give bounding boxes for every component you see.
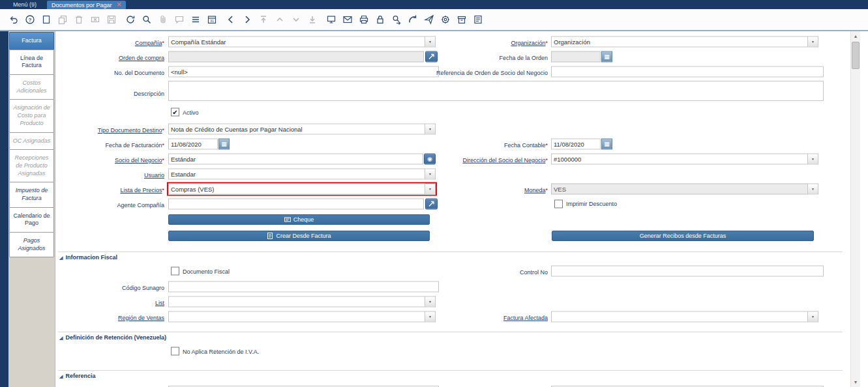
descripcion-label: Descripción — [134, 91, 164, 97]
row-no-aplica-retencion: No Aplica Retención de I.V.A. — [55, 342, 850, 360]
row-documento-fiscal: Documento Fiscal Control No — [55, 263, 850, 279]
down-icon — [288, 12, 304, 27]
sidebar-tab-pagos-asignados[interactable]: Pagos Asignados — [9, 232, 54, 257]
close-icon[interactable]: ✕ — [117, 2, 122, 8]
direccion-socio-select[interactable]: #1000000 ▼ — [551, 153, 818, 164]
find-icon[interactable] — [138, 12, 155, 27]
chevron-down-icon[interactable]: ▼ — [425, 168, 436, 179]
sidebar-tab-linea-de-factura[interactable]: Línea de Factura — [9, 50, 54, 75]
region-ventas-label[interactable]: Región de Ventas — [118, 315, 164, 321]
section-header[interactable]: ◢ Informacion Fiscal — [59, 254, 117, 261]
imprimir-descuento-checkbox[interactable] — [554, 199, 563, 208]
collapse-triangle-icon[interactable]: ◢ — [59, 336, 63, 340]
detail-record-icon — [304, 12, 320, 27]
sidebar-tab-factura[interactable]: Factura — [9, 32, 54, 50]
archive-icon[interactable] — [453, 12, 470, 27]
required-marker: * — [162, 40, 164, 46]
calendar-picker-icon[interactable]: ▦ — [601, 138, 612, 149]
usuario-select[interactable]: Estandar ▼ — [168, 168, 436, 179]
gear-icon[interactable] — [437, 12, 453, 27]
crear-button-label: Crear Desde Factura — [276, 233, 331, 239]
required-marker: * — [545, 141, 548, 148]
new-record-icon[interactable] — [38, 12, 54, 27]
toolbar: ?31 — [0, 9, 868, 31]
generar-recibos-button[interactable]: Generar Recibos desde Facturas — [552, 231, 814, 241]
socio-negocio-label[interactable]: Socio del Negocio — [115, 157, 162, 164]
process-icon[interactable] — [404, 12, 421, 27]
lista-precios-label[interactable]: Lista de Precios — [120, 187, 162, 194]
descripcion-input[interactable] — [168, 81, 824, 101]
tab-documentos-por-pagar[interactable]: Documentos por Pagar ✕ — [47, 1, 126, 9]
activo-checkbox[interactable]: ✔ — [171, 108, 179, 117]
left-collapsed-panel[interactable] — [0, 31, 8, 387]
row-descripcion: Descripción — [55, 79, 850, 105]
workflow-icon[interactable] — [323, 12, 339, 27]
fecha-facturacion-input[interactable]: 11/08/2020 — [168, 138, 218, 149]
orden-compra-label[interactable]: Orden de compra — [119, 55, 164, 61]
agente-search-button[interactable] — [425, 198, 438, 209]
calendar-picker-icon[interactable]: ▦ — [218, 138, 230, 149]
zoom-across-icon[interactable] — [388, 12, 404, 27]
list-select[interactable]: ▼ — [168, 296, 436, 307]
tipo-documento-select[interactable]: Nota de Crédito de Cuentas por Pagar Nac… — [168, 123, 436, 134]
refresh-icon[interactable] — [122, 12, 138, 27]
report-icon[interactable] — [470, 12, 486, 27]
moneda-select[interactable]: VES ▼ — [551, 183, 818, 194]
chevron-down-icon[interactable]: ▼ — [808, 183, 818, 194]
scrollbar-thumb[interactable] — [852, 42, 860, 69]
scroll-down-icon[interactable]: ▼ — [851, 377, 860, 387]
factura-afectada-select[interactable]: ▼ — [551, 311, 818, 322]
organizacion-label[interactable]: Organización — [511, 39, 545, 46]
list-label[interactable]: List — [155, 300, 164, 306]
calendar-picker-icon[interactable]: ▦ — [601, 51, 612, 62]
direccion-socio-label[interactable]: Dirección del Socio del Negocio — [462, 156, 545, 163]
no-aplica-retencion-checkbox[interactable] — [171, 347, 179, 356]
delete-selection-icon — [87, 12, 103, 27]
undo-icon[interactable] — [5, 12, 22, 27]
tab-menu[interactable]: Menú (9) — [0, 1, 47, 9]
vertical-scrollbar[interactable]: ▲ ▼ — [850, 31, 860, 387]
documento-fiscal-checkbox[interactable] — [171, 267, 179, 276]
chevron-down-icon[interactable]: ▼ — [808, 36, 818, 47]
lock-icon[interactable] — [372, 12, 388, 27]
chevron-down-icon[interactable]: ▼ — [808, 311, 818, 322]
svg-text:?: ? — [28, 17, 31, 23]
compania-label[interactable]: Compañía — [135, 40, 162, 46]
print-icon[interactable] — [355, 12, 372, 27]
scroll-up-icon[interactable]: ▲ — [851, 31, 860, 41]
fecha-contable-input[interactable]: 11/08/2020 — [551, 138, 601, 149]
chevron-down-icon[interactable]: ▼ — [808, 153, 818, 164]
fecha-orden-input[interactable] — [551, 51, 601, 62]
search-icon — [428, 200, 435, 207]
factura-afectada-label[interactable]: Factura Afectada — [503, 314, 548, 321]
help-icon[interactable]: ? — [22, 12, 38, 27]
referencia-orden-input[interactable] — [551, 66, 824, 77]
moneda-label[interactable]: Moneda — [524, 186, 546, 193]
sidebar-tab-impuesto-de-factura[interactable]: Impuesto de Factura — [9, 182, 54, 207]
control-no-input[interactable] — [551, 266, 824, 277]
cheque-button[interactable]: Cheque — [168, 214, 430, 225]
section-header[interactable]: ◢ Definición de Retención (Venezuela) — [59, 334, 166, 341]
codigo-sunagro-input[interactable] — [168, 281, 439, 292]
collapse-triangle-icon[interactable]: ◢ — [59, 255, 63, 260]
documento-fiscal-label: Documento Fiscal — [183, 268, 230, 274]
send-icon[interactable] — [421, 12, 437, 27]
chevron-down-icon[interactable]: ▼ — [425, 296, 436, 307]
row-no-documento: No. del Documento <null> Referencia de O… — [55, 64, 850, 79]
sidebar-tab-calendario-de-pago[interactable]: Calendario de Pago — [9, 207, 54, 233]
crear-desde-factura-button[interactable]: Crear Desde Factura — [168, 231, 430, 241]
request-icon[interactable] — [339, 12, 355, 27]
chevron-down-icon[interactable]: ▼ — [425, 123, 436, 134]
usuario-label[interactable]: Usuario — [144, 172, 164, 179]
grid-toggle-icon[interactable] — [187, 12, 203, 27]
invoice-form: Compañía* Compañía Estándar ▼ Organizaci… — [55, 31, 850, 387]
row-list: List ▼ — [55, 294, 850, 309]
agente-compania-input[interactable] — [168, 198, 424, 209]
previous-record-icon[interactable] — [222, 12, 239, 27]
organizacion-select[interactable]: Organización ▼ — [551, 36, 818, 47]
next-record-icon[interactable] — [239, 12, 255, 27]
calendar-icon[interactable]: 31 — [203, 12, 220, 27]
required-marker: * — [162, 187, 164, 194]
cheque-button-label: Cheque — [293, 216, 314, 223]
tipo-documento-label[interactable]: Tipo Documento Destino — [98, 127, 162, 134]
